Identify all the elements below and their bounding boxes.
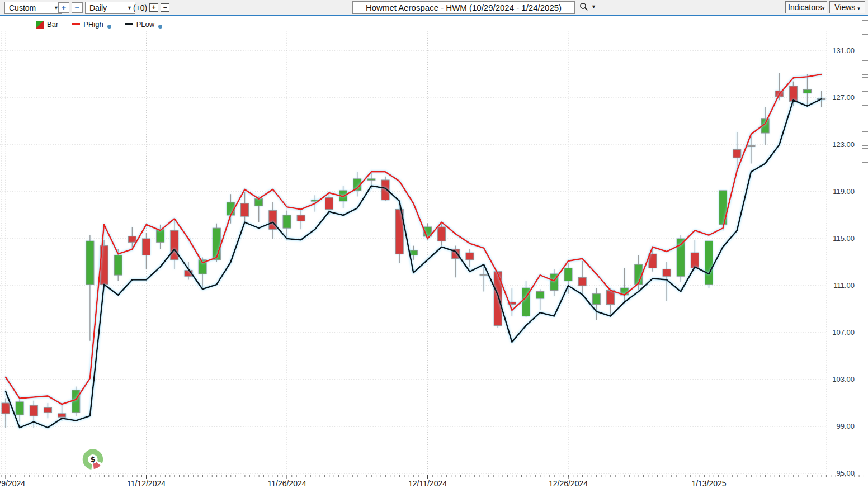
y-axis-label: 131.00 <box>821 46 855 55</box>
series-toggle-dot-icon[interactable] <box>158 25 162 29</box>
candle-11/8 <box>114 255 122 275</box>
x-axis-label: 1/13/2025 <box>684 479 734 488</box>
edge-tool-button[interactable] <box>862 20 868 32</box>
candle-11/19 <box>213 228 220 260</box>
legend-label: PHigh <box>83 20 103 29</box>
edge-tool-button[interactable] <box>862 63 868 75</box>
candle-12/17 <box>480 274 488 276</box>
range-preset-dropdown[interactable]: Custom ▼ <box>4 2 62 14</box>
candle-12/27 <box>578 277 586 286</box>
candle-12/23 <box>536 292 544 299</box>
x-axis-label: 11/12/2024 <box>121 479 172 488</box>
edge-tool-button[interactable] <box>862 49 868 61</box>
zoom-out-button[interactable]: − <box>72 2 83 13</box>
candle-12/2 <box>325 198 333 210</box>
series-toggle-dot-icon[interactable] <box>107 25 111 29</box>
candle-10/29 <box>2 403 10 414</box>
edge-tool-button[interactable] <box>862 34 868 46</box>
chevron-down-icon: ▼ <box>127 5 132 11</box>
bars-offset-label: (+0) <box>133 3 147 12</box>
edge-tool-button[interactable] <box>862 134 868 146</box>
range-preset-value: Custom <box>9 3 36 12</box>
x-axis-label: 11/26/2024 <box>262 479 312 488</box>
candle-12/16 <box>466 253 474 260</box>
candle-11/21 <box>241 203 249 216</box>
y-axis-label: 95.00 <box>821 469 855 477</box>
candle-11/22 <box>255 199 263 206</box>
candle-12/26 <box>564 268 572 281</box>
chevron-down-icon: ▾ <box>822 6 825 11</box>
candle-10/30 <box>16 402 23 415</box>
top-toolbar: Custom ▼ + − Daily ▼ (+0) + − Howmet Aer… <box>0 0 868 16</box>
candle-11/4 <box>58 414 66 417</box>
candle-11/11 <box>128 236 136 243</box>
indicators-button[interactable]: Indicators▾ <box>785 1 827 13</box>
edge-tool-button[interactable] <box>862 91 868 103</box>
add-bars-button[interactable]: + <box>149 3 158 12</box>
symbol-title-box[interactable]: Howmet Aerospace - HWM (10/29/2024 - 1/2… <box>352 1 575 14</box>
zoom-in-button[interactable]: + <box>58 2 69 13</box>
candle-12/5 <box>367 179 375 180</box>
dividend-badge[interactable]: $ <box>85 452 103 470</box>
x-axis-label: 12/11/2024 <box>403 479 453 488</box>
y-axis-label: 119.00 <box>821 187 855 196</box>
price-chart[interactable]: $ <box>0 0 868 493</box>
plow-line <box>6 99 822 428</box>
legend-label: PLow <box>136 20 155 29</box>
chart-legend: Bar PHigh PLow <box>36 20 162 29</box>
candle-1/22 <box>789 86 797 101</box>
x-axis-ticks <box>1 475 864 479</box>
edge-tool-button[interactable] <box>862 120 868 132</box>
candle-1/7 <box>663 269 671 277</box>
candle-1/13 <box>705 241 713 285</box>
y-axis-label: 99.00 <box>821 422 855 430</box>
candle-12/31 <box>606 290 614 304</box>
chevron-down-icon[interactable]: ▼ <box>591 4 596 10</box>
phigh-line-icon <box>72 23 80 25</box>
charting-app-window: $ Custom ▼ + − Daily ▼ (+0) + − Howmet A… <box>0 0 868 493</box>
y-axis-label: 103.00 <box>821 375 855 383</box>
edge-tool-button[interactable] <box>862 148 868 160</box>
candle-12/12 <box>438 227 446 241</box>
bar-series-icon <box>36 21 44 29</box>
interval-value: Daily <box>89 3 107 12</box>
candle-12/30 <box>592 294 600 305</box>
candle-11/5 <box>72 390 80 413</box>
interval-dropdown[interactable]: Daily ▼ <box>85 2 135 14</box>
candle-1/16 <box>747 145 755 146</box>
candle-1/6 <box>649 254 657 268</box>
legend-label: Bar <box>47 20 58 29</box>
candle-11/27 <box>297 215 305 221</box>
y-axis-label: 111.00 <box>821 281 855 290</box>
legend-item-phigh[interactable]: PHigh <box>72 20 111 29</box>
candle-11/1 <box>44 407 51 412</box>
legend-item-plow[interactable]: PLow <box>125 20 163 29</box>
edge-tool-button[interactable] <box>862 77 868 89</box>
views-button[interactable]: Views ▾ <box>829 1 865 13</box>
candlestick-series <box>2 73 825 428</box>
y-axis-label: 123.00 <box>821 140 855 149</box>
candle-11/13 <box>157 229 164 242</box>
y-axis-label: 115.00 <box>821 234 855 243</box>
candle-1/10 <box>691 253 699 268</box>
candle-12/10 <box>409 250 417 255</box>
legend-item-bar[interactable]: Bar <box>36 20 58 29</box>
search-icon[interactable] <box>579 2 588 11</box>
candle-11/14 <box>171 230 178 260</box>
x-axis-label: 10/29/2024 <box>0 479 31 488</box>
remove-bars-button[interactable]: − <box>161 3 169 12</box>
plow-line-icon <box>125 23 133 25</box>
edge-tool-button[interactable] <box>862 105 868 117</box>
edge-tool-button[interactable] <box>862 162 868 174</box>
y-axis-label: 107.00 <box>821 328 855 336</box>
candle-1/23 <box>804 89 812 93</box>
candle-11/26 <box>283 215 291 228</box>
candle-11/6 <box>86 241 94 285</box>
candle-1/15 <box>733 149 741 158</box>
x-axis-label: 12/26/2024 <box>543 479 593 488</box>
y-axis-label: 127.00 <box>821 93 855 102</box>
phigh-line <box>6 74 822 404</box>
chevron-down-icon: ▾ <box>857 6 860 11</box>
candle-11/12 <box>143 239 150 255</box>
candle-10/31 <box>30 405 37 416</box>
